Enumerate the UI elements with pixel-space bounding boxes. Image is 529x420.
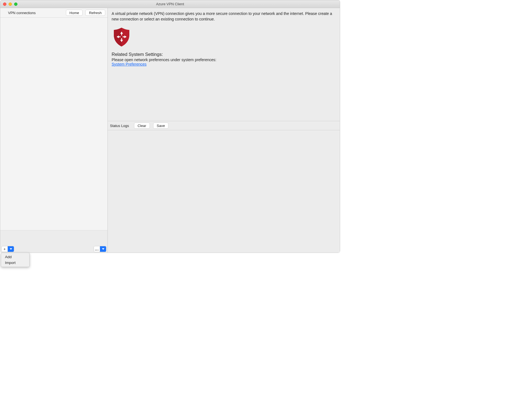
connection-list (0, 18, 107, 230)
window-title: Azure VPN Client (0, 2, 340, 6)
clear-logs-button[interactable]: Clear (134, 123, 150, 129)
vpn-shield-icon (113, 27, 336, 48)
refresh-button[interactable]: Refresh (85, 10, 105, 16)
logs-body (108, 130, 340, 253)
titlebar: Azure VPN Client (0, 0, 340, 8)
main-panel: A virtual private network (VPN) connecti… (108, 8, 340, 253)
sidebar-header: VPN connections Home Refresh (0, 8, 107, 18)
menu-item-add[interactable]: Add (1, 254, 29, 260)
minimize-window-button[interactable] (9, 2, 12, 6)
sidebar: VPN connections Home Refresh + ... (0, 8, 108, 253)
sidebar-heading: VPN connections (8, 11, 63, 15)
chevron-down-icon (8, 246, 14, 252)
menu-item-import[interactable]: Import (1, 260, 29, 266)
save-logs-button[interactable]: Save (153, 123, 169, 129)
app-window: Azure VPN Client VPN connections Home Re… (0, 0, 340, 253)
settings-text: Please open network preferences under sy… (112, 58, 336, 62)
logs-header: Status Logs Clear Save (108, 121, 340, 130)
plus-icon: + (2, 246, 8, 252)
ellipsis-icon: ... (94, 246, 100, 252)
maximize-window-button[interactable] (14, 2, 17, 6)
more-actions-combo[interactable]: ... (94, 246, 106, 252)
sidebar-footer: + ... (0, 245, 107, 253)
add-connection-combo[interactable]: + (1, 246, 14, 252)
sidebar-spacer (0, 230, 107, 245)
close-window-button[interactable] (3, 2, 6, 6)
info-section: A virtual private network (VPN) connecti… (108, 8, 340, 121)
intro-text: A virtual private network (VPN) connecti… (112, 11, 336, 22)
home-button[interactable]: Home (66, 10, 83, 16)
settings-heading: Related System Settings: (112, 52, 336, 57)
logs-heading: Status Logs (110, 124, 129, 128)
add-connection-menu: Add Import (1, 253, 30, 267)
system-preferences-link[interactable]: System Preferences (112, 62, 147, 66)
traffic-lights (3, 2, 17, 6)
chevron-down-icon (100, 246, 106, 252)
